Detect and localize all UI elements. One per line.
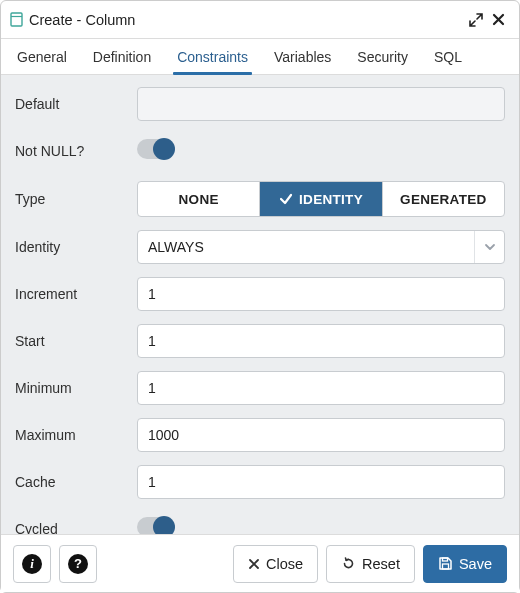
cycled-toggle[interactable] xyxy=(137,517,173,534)
reset-button[interactable]: Reset xyxy=(326,545,415,583)
tab-definition[interactable]: Definition xyxy=(91,41,153,74)
type-segmented: NONE IDENTITY GENERATED xyxy=(137,181,505,217)
maximum-input[interactable] xyxy=(137,418,505,452)
default-label: Default xyxy=(15,96,137,112)
dialog-title: Create - Column xyxy=(29,12,465,28)
form-constraints: Default Not NULL? Type NONE xyxy=(1,75,519,534)
column-icon xyxy=(9,13,23,27)
minimum-label: Minimum xyxy=(15,380,137,396)
create-column-dialog: Create - Column General Definition Const… xyxy=(0,0,520,593)
chevron-down-icon xyxy=(474,231,504,263)
type-option-generated[interactable]: GENERATED xyxy=(383,182,504,216)
notnull-toggle[interactable] xyxy=(137,139,173,159)
type-option-generated-label: GENERATED xyxy=(400,192,486,207)
default-input[interactable] xyxy=(137,87,505,121)
tab-variables[interactable]: Variables xyxy=(272,41,333,74)
close-button[interactable]: Close xyxy=(233,545,318,583)
reset-icon xyxy=(341,556,356,571)
identity-value: ALWAYS xyxy=(148,239,204,255)
reset-button-label: Reset xyxy=(362,556,400,572)
type-option-identity-label: IDENTITY xyxy=(299,192,363,207)
identity-label: Identity xyxy=(15,239,137,255)
tab-sql[interactable]: SQL xyxy=(432,41,464,74)
x-icon xyxy=(248,558,260,570)
expand-icon[interactable] xyxy=(465,9,487,31)
info-button[interactable]: i xyxy=(13,545,51,583)
start-input[interactable] xyxy=(137,324,505,358)
svg-rect-3 xyxy=(442,558,447,561)
maximum-label: Maximum xyxy=(15,427,137,443)
titlebar: Create - Column xyxy=(1,1,519,39)
minimum-input[interactable] xyxy=(137,371,505,405)
start-label: Start xyxy=(15,333,137,349)
info-icon: i xyxy=(22,554,42,574)
dialog-footer: i ? Close Reset xyxy=(1,534,519,592)
notnull-label: Not NULL? xyxy=(15,143,137,159)
type-option-identity[interactable]: IDENTITY xyxy=(260,182,382,216)
type-label: Type xyxy=(15,191,137,207)
increment-input[interactable] xyxy=(137,277,505,311)
close-icon[interactable] xyxy=(487,9,509,31)
identity-select[interactable]: ALWAYS xyxy=(137,230,505,264)
tab-constraints[interactable]: Constraints xyxy=(175,41,250,74)
type-option-none[interactable]: NONE xyxy=(138,182,260,216)
save-button[interactable]: Save xyxy=(423,545,507,583)
cache-label: Cache xyxy=(15,474,137,490)
check-icon xyxy=(279,192,293,206)
tabs: General Definition Constraints Variables… xyxy=(1,39,519,75)
cache-input[interactable] xyxy=(137,465,505,499)
type-option-none-label: NONE xyxy=(179,192,219,207)
help-button[interactable]: ? xyxy=(59,545,97,583)
increment-label: Increment xyxy=(15,286,137,302)
close-button-label: Close xyxy=(266,556,303,572)
save-button-label: Save xyxy=(459,556,492,572)
cycled-label: Cycled xyxy=(15,521,137,534)
tab-security[interactable]: Security xyxy=(355,41,410,74)
tab-general[interactable]: General xyxy=(15,41,69,74)
save-icon xyxy=(438,556,453,571)
help-icon: ? xyxy=(68,554,88,574)
svg-rect-0 xyxy=(11,13,22,26)
